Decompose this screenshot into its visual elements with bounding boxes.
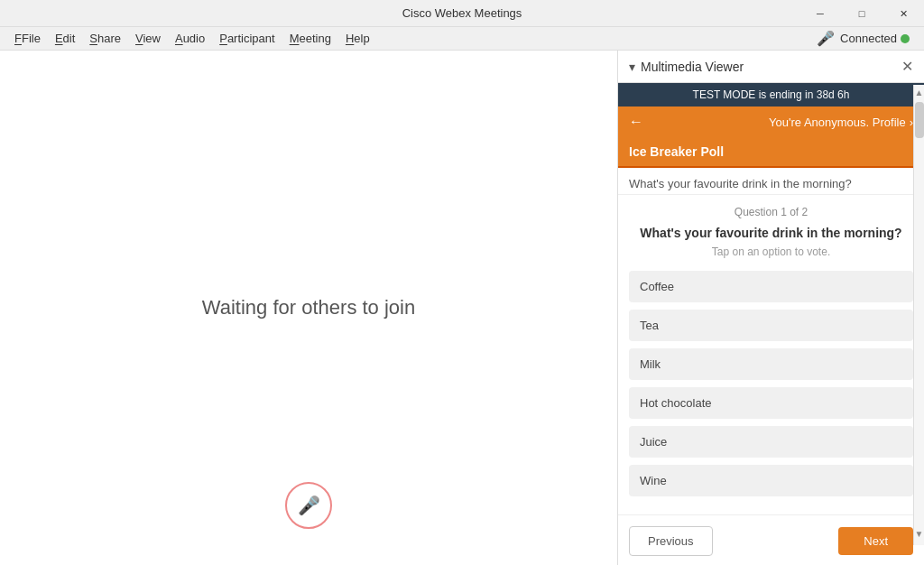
menu-share[interactable]: Share bbox=[82, 30, 128, 47]
connected-label: Connected bbox=[840, 32, 897, 45]
poll-option-tea[interactable]: Tea bbox=[629, 310, 913, 341]
menu-audio[interactable]: Audio bbox=[168, 30, 212, 47]
poll-option-coffee[interactable]: Coffee bbox=[629, 271, 913, 302]
question-text: What's your favourite drink in the morni… bbox=[629, 226, 913, 240]
poll-body: Question 1 of 2 What's your favourite dr… bbox=[618, 195, 924, 514]
main-layout: Waiting for others to join 🎤 ▾ Multimedi… bbox=[0, 51, 924, 565]
scroll-thumb[interactable] bbox=[915, 102, 924, 138]
poll-title-bar: Ice Breaker Poll bbox=[618, 137, 924, 168]
status-area: 🎤 Connected bbox=[817, 30, 910, 47]
panel-title-text: Multimedia Viewer bbox=[641, 60, 744, 74]
scroll-up-arrow[interactable]: ▲ bbox=[914, 85, 924, 100]
poll-actions: Previous Next bbox=[618, 514, 924, 565]
poll-option-hot-chocolate[interactable]: Hot chocolate bbox=[629, 387, 913, 419]
next-button[interactable]: Next bbox=[838, 527, 913, 555]
scroll-down-arrow[interactable]: ▼ bbox=[914, 526, 924, 542]
waiting-text: Waiting for others to join bbox=[202, 296, 415, 320]
poll-option-milk[interactable]: Milk bbox=[629, 348, 913, 380]
profile-bar: ← You're Anonymous. Profile › bbox=[618, 107, 924, 137]
poll-container: TEST MODE is ending in 38d 6h ← You're A… bbox=[618, 83, 924, 565]
poll-title-text: Ice Breaker Poll bbox=[629, 144, 724, 159]
window-controls: ─ □ ✕ bbox=[799, 0, 924, 27]
menu-help[interactable]: Help bbox=[338, 30, 377, 47]
title-bar: Cisco Webex Meetings ─ □ ✕ bbox=[0, 0, 924, 27]
mic-mute-button[interactable]: 🎤 bbox=[285, 482, 332, 529]
test-mode-text: TEST MODE is ending in 38d 6h bbox=[693, 88, 850, 101]
connected-status: Connected bbox=[840, 32, 910, 45]
menu-file[interactable]: FFileFile bbox=[7, 30, 48, 47]
poll-subtitle: What's your favourite drink in the morni… bbox=[618, 168, 924, 195]
menu-edit[interactable]: Edit bbox=[48, 30, 82, 47]
mic-icon: 🎤 bbox=[817, 30, 835, 47]
poll-subtitle-text: What's your favourite drink in the morni… bbox=[629, 177, 852, 190]
menu-meeting[interactable]: Meeting bbox=[282, 30, 338, 47]
profile-text: You're Anonymous. Profile bbox=[769, 116, 906, 129]
multimedia-viewer-panel: ▾ Multimedia Viewer ✕ TEST MODE is endin… bbox=[617, 51, 924, 565]
menu-participant[interactable]: Participant bbox=[212, 30, 282, 47]
panel-title-area: ▾ Multimedia Viewer bbox=[629, 60, 744, 74]
panel-close-button[interactable]: ✕ bbox=[901, 58, 913, 75]
profile-link[interactable]: You're Anonymous. Profile › bbox=[769, 116, 913, 129]
tap-instruction: Tap on an option to vote. bbox=[629, 245, 913, 258]
minimize-button[interactable]: ─ bbox=[799, 0, 841, 27]
previous-button[interactable]: Previous bbox=[629, 526, 713, 556]
menu-view[interactable]: View bbox=[128, 30, 168, 47]
poll-option-wine[interactable]: Wine bbox=[629, 465, 913, 496]
question-indicator: Question 1 of 2 bbox=[629, 206, 913, 218]
collapse-icon: ▾ bbox=[629, 60, 635, 74]
poll-option-juice[interactable]: Juice bbox=[629, 426, 913, 458]
test-mode-banner: TEST MODE is ending in 38d 6h bbox=[618, 83, 924, 107]
menu-bar: FFileFile Edit Share View Audio Particip… bbox=[0, 27, 924, 51]
mic-slash-icon: 🎤 bbox=[298, 495, 320, 516]
restore-button[interactable]: □ bbox=[841, 0, 882, 27]
left-panel: Waiting for others to join 🎤 bbox=[0, 51, 617, 565]
back-arrow-icon[interactable]: ← bbox=[629, 114, 643, 130]
connected-dot bbox=[901, 34, 910, 43]
close-button[interactable]: ✕ bbox=[882, 0, 924, 27]
app-title: Cisco Webex Meetings bbox=[402, 6, 522, 20]
scroll-bar: ▲ ▼ bbox=[913, 85, 924, 545]
panel-header: ▾ Multimedia Viewer ✕ bbox=[618, 51, 924, 83]
